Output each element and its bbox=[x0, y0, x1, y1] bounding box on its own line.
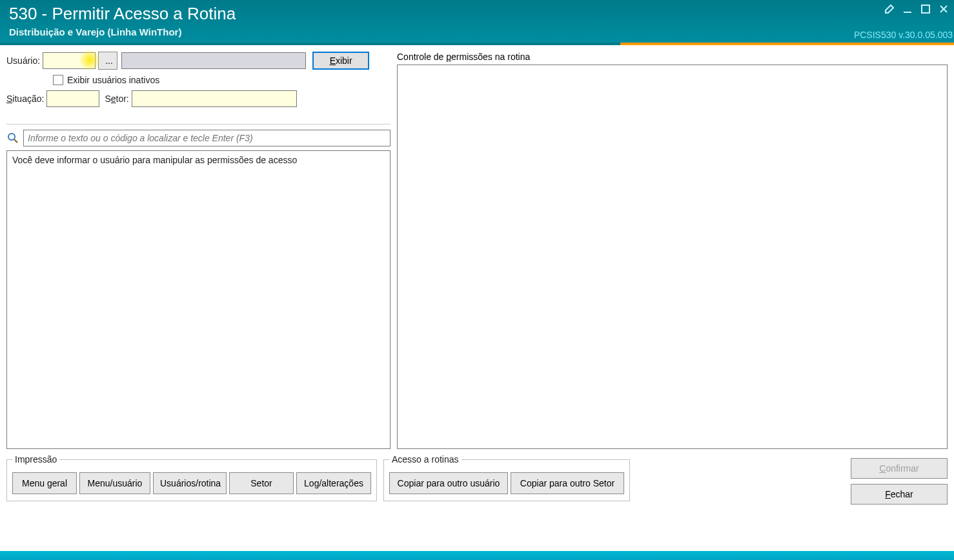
usuario-name-display bbox=[121, 52, 306, 69]
setor-input[interactable] bbox=[132, 90, 297, 107]
situacao-row: Situação: Setor: bbox=[6, 90, 391, 107]
search-row bbox=[6, 124, 391, 146]
list-empty-message: Você deve informar o usuário para manipu… bbox=[12, 155, 297, 165]
search-input[interactable] bbox=[23, 130, 391, 146]
window-subtitle: Distribuição e Varejo (Linha WinThor) bbox=[9, 26, 946, 37]
version-label: PCSIS530 v.30.0.05.003 bbox=[854, 30, 953, 40]
usuario-row: Usuário: ... Exibir bbox=[6, 52, 391, 70]
acesso-legend: Acesso a rotinas bbox=[389, 454, 462, 465]
bottom-area: Impressão Menu geral Menu/usuário Usuári… bbox=[6, 454, 948, 505]
acesso-group: Acesso a rotinas Copiar para outro usuár… bbox=[383, 454, 630, 501]
permissoes-panel[interactable] bbox=[397, 65, 948, 449]
confirmar-button: Confirmar bbox=[851, 458, 948, 479]
exibir-button[interactable]: Exibir bbox=[312, 52, 369, 70]
menu-usuario-button[interactable]: Menu/usuário bbox=[79, 472, 150, 494]
svg-point-2 bbox=[8, 134, 15, 140]
copiar-setor-button[interactable]: Copiar para outro Setor bbox=[511, 472, 624, 494]
usuario-label: Usuário: bbox=[6, 55, 40, 66]
svg-rect-1 bbox=[922, 5, 929, 13]
log-alteracoes-button[interactable]: Log/alterações bbox=[296, 472, 371, 494]
usuario-input[interactable] bbox=[43, 52, 96, 69]
usuario-lookup-button[interactable]: ... bbox=[98, 52, 117, 70]
inativos-row: Exibir usuários inativos bbox=[6, 75, 391, 85]
window-controls bbox=[884, 4, 949, 17]
edit-icon[interactable] bbox=[884, 4, 895, 17]
situacao-label: Situação: bbox=[6, 94, 44, 104]
menu-geral-button[interactable]: Menu geral bbox=[12, 472, 77, 494]
top-row: Usuário: ... Exibir Exibir usuários inat… bbox=[6, 52, 948, 449]
close-icon[interactable] bbox=[939, 4, 949, 17]
statusbar bbox=[0, 551, 954, 560]
body-area: Usuário: ... Exibir Exibir usuários inat… bbox=[0, 45, 954, 551]
impressao-legend: Impressão bbox=[12, 454, 59, 465]
confirm-column: Confirmar Fechar bbox=[851, 454, 948, 505]
window-title: 530 - Permitir Acesso a Rotina bbox=[9, 4, 946, 24]
minimize-icon[interactable] bbox=[902, 4, 913, 17]
search-icon bbox=[6, 132, 19, 145]
setor-button[interactable]: Setor bbox=[229, 472, 294, 494]
situacao-input[interactable] bbox=[46, 90, 99, 107]
setor-label: Setor: bbox=[105, 94, 128, 104]
inativos-checkbox[interactable] bbox=[53, 75, 63, 85]
svg-line-3 bbox=[14, 139, 17, 143]
copiar-usuario-button[interactable]: Copiar para outro usuário bbox=[389, 472, 508, 494]
permissoes-label: Controle de permissões na rotina bbox=[397, 52, 948, 62]
maximize-icon[interactable] bbox=[920, 4, 931, 17]
fechar-button[interactable]: Fechar bbox=[851, 484, 948, 505]
usuarios-rotina-button[interactable]: Usuários/rotina bbox=[153, 472, 227, 494]
permissions-list-panel[interactable]: Você deve informar o usuário para manipu… bbox=[6, 150, 391, 449]
left-column: Usuário: ... Exibir Exibir usuários inat… bbox=[6, 52, 391, 449]
titlebar: 530 - Permitir Acesso a Rotina Distribui… bbox=[0, 0, 954, 43]
svg-rect-0 bbox=[904, 12, 911, 13]
right-column: Controle de permissões na rotina bbox=[397, 52, 948, 449]
inativos-label: Exibir usuários inativos bbox=[67, 75, 159, 85]
impressao-group: Impressão Menu geral Menu/usuário Usuári… bbox=[6, 454, 377, 501]
